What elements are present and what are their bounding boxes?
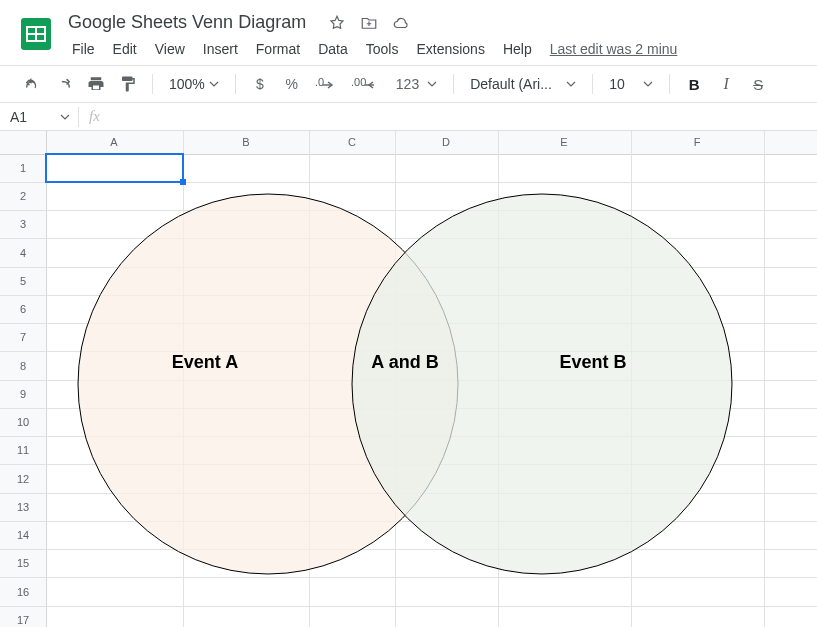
svg-text:8: 8 [20, 360, 26, 372]
formula-bar: A1 fx [0, 103, 817, 131]
toolbar-separator [592, 74, 593, 94]
paint-format-button[interactable] [114, 70, 142, 98]
last-edit-link[interactable]: Last edit was 2 minu [542, 37, 686, 61]
menu-bar: File Edit View Insert Format Data Tools … [64, 35, 685, 65]
chevron-down-icon [60, 112, 70, 122]
chevron-down-icon [643, 79, 653, 89]
svg-text:F: F [694, 136, 701, 148]
svg-text:5: 5 [20, 275, 26, 287]
undo-icon [23, 75, 41, 93]
svg-text:C: C [348, 136, 356, 148]
fx-label: fx [79, 108, 110, 125]
chevron-down-icon [427, 79, 437, 89]
doc-title[interactable]: Google Sheets Venn Diagram [64, 10, 310, 35]
svg-text:7: 7 [20, 331, 26, 343]
venn-label-ab: A and B [371, 352, 438, 372]
redo-button[interactable] [50, 70, 78, 98]
svg-text:A: A [110, 136, 118, 148]
font-dropdown[interactable]: Default (Ari... [464, 76, 582, 92]
menu-view[interactable]: View [147, 37, 193, 61]
decrease-decimal-button[interactable]: .0 [310, 70, 342, 98]
chevron-down-icon [566, 79, 576, 89]
toolbar-separator [235, 74, 236, 94]
italic-button[interactable]: I [712, 70, 740, 98]
svg-text:13: 13 [17, 501, 29, 513]
title-bar: Google Sheets Venn Diagram File Edit Vie… [0, 0, 817, 65]
move-icon[interactable] [360, 14, 378, 32]
increase-decimal-button[interactable]: .00 [346, 70, 382, 98]
toolbar-separator [669, 74, 670, 94]
menu-insert[interactable]: Insert [195, 37, 246, 61]
star-icon[interactable] [328, 14, 346, 32]
chevron-down-icon [209, 79, 219, 89]
menu-help[interactable]: Help [495, 37, 540, 61]
zoom-value: 100% [169, 76, 205, 92]
app-logo[interactable] [16, 14, 56, 54]
svg-text:10: 10 [17, 416, 29, 428]
svg-text:16: 16 [17, 586, 29, 598]
svg-text:14: 14 [17, 529, 29, 541]
cell-selection [46, 154, 183, 182]
font-size-dropdown[interactable]: 10 [603, 76, 659, 92]
name-box[interactable]: A1 [0, 109, 78, 125]
svg-text:9: 9 [20, 388, 26, 400]
spreadsheet-grid[interactable]: A B C D E F 1 2 [0, 131, 817, 627]
undo-button[interactable] [18, 70, 46, 98]
svg-text:E: E [560, 136, 567, 148]
venn-circle-b[interactable] [352, 194, 732, 574]
percent-button[interactable]: % [278, 70, 306, 98]
menu-tools[interactable]: Tools [358, 37, 407, 61]
menu-file[interactable]: File [64, 37, 103, 61]
menu-format[interactable]: Format [248, 37, 308, 61]
redo-icon [55, 75, 73, 93]
currency-button[interactable]: $ [246, 70, 274, 98]
selection-handle[interactable] [180, 179, 186, 185]
svg-text:3: 3 [20, 218, 26, 230]
paint-format-icon [119, 75, 137, 93]
increase-decimal-icon: .00 [351, 75, 377, 93]
svg-text:6: 6 [20, 303, 26, 315]
font-name: Default (Ari... [470, 76, 552, 92]
svg-text:1: 1 [20, 162, 26, 174]
svg-text:17: 17 [17, 614, 29, 626]
svg-text:B: B [242, 136, 249, 148]
svg-text:12: 12 [17, 473, 29, 485]
print-button[interactable] [82, 70, 110, 98]
svg-text:4: 4 [20, 247, 26, 259]
cloud-status-icon[interactable] [392, 14, 410, 32]
venn-label-a: Event A [172, 352, 238, 372]
menu-edit[interactable]: Edit [105, 37, 145, 61]
toolbar-separator [453, 74, 454, 94]
font-size-value: 10 [609, 76, 625, 92]
cell-reference: A1 [10, 109, 27, 125]
formula-input[interactable] [110, 103, 817, 130]
svg-text:2: 2 [20, 190, 26, 202]
strikethrough-button[interactable]: S [744, 70, 772, 98]
zoom-dropdown[interactable]: 100% [163, 76, 225, 92]
print-icon [87, 75, 105, 93]
menu-extensions[interactable]: Extensions [408, 37, 492, 61]
svg-text:D: D [442, 136, 450, 148]
sheets-icon [18, 16, 54, 52]
svg-text:.00: .00 [351, 76, 366, 88]
bold-button[interactable]: B [680, 70, 708, 98]
toolbar-separator [152, 74, 153, 94]
svg-text:15: 15 [17, 557, 29, 569]
venn-diagram[interactable]: Event A A and B Event B [78, 194, 732, 574]
svg-text:.0: .0 [315, 76, 324, 88]
toolbar: 100% $ % .0 .00 123 Default (Ari... 10 B… [0, 65, 817, 103]
svg-rect-9 [0, 131, 46, 627]
venn-label-b: Event B [559, 352, 626, 372]
svg-text:11: 11 [17, 444, 29, 456]
menu-data[interactable]: Data [310, 37, 356, 61]
number-format-dropdown[interactable]: 123 [386, 76, 443, 92]
decrease-decimal-icon: .0 [315, 75, 337, 93]
